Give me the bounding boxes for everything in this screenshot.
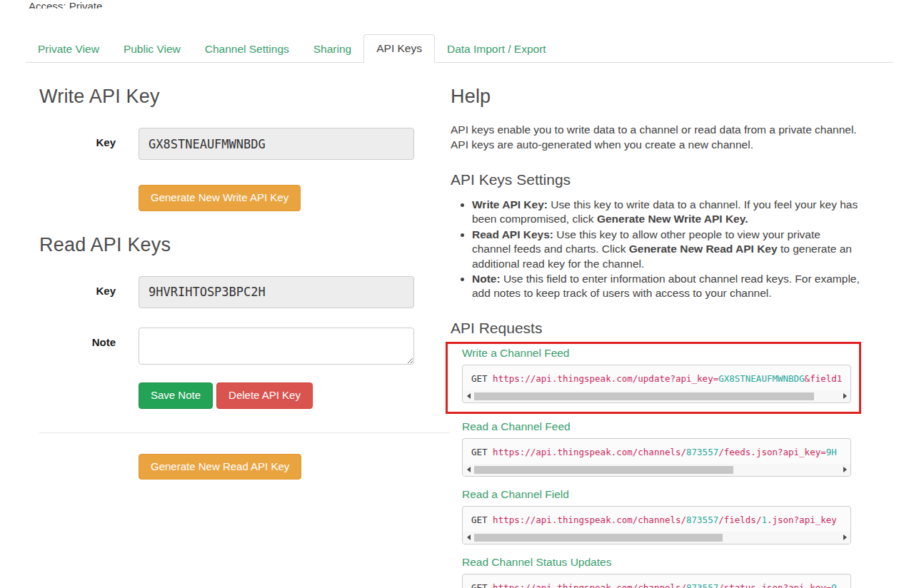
scrollbar-track[interactable] bbox=[474, 392, 839, 400]
api-keys-panel: Write API Key Key Generate New Write API… bbox=[26, 63, 450, 588]
write-key-label: Key bbox=[26, 128, 139, 148]
scrollbar-thumb[interactable] bbox=[474, 466, 733, 474]
code-line: GET https://api.thingspeak.com/channels/… bbox=[463, 439, 850, 464]
section-divider bbox=[39, 432, 450, 433]
code-line: GET https://api.thingspeak.com/update?ap… bbox=[463, 365, 850, 390]
code-line: GET https://api.thingspeak.com/channels/… bbox=[463, 574, 850, 588]
code-box: GET https://api.thingspeak.com/channels/… bbox=[462, 506, 851, 544]
tab-data-import-export[interactable]: Data Import / Export bbox=[435, 36, 558, 63]
tab-api-keys[interactable]: API Keys bbox=[363, 34, 435, 63]
help-title: Help bbox=[451, 86, 861, 108]
request-title-link[interactable]: Read Channel Status Updates bbox=[462, 556, 851, 569]
tab-sharing[interactable]: Sharing bbox=[301, 36, 363, 63]
api-request-read-a-channel-feed: Read a Channel FeedGET https://api.thing… bbox=[451, 420, 861, 477]
write-key-input[interactable] bbox=[139, 128, 414, 160]
horizontal-scrollbar[interactable] bbox=[463, 390, 850, 402]
scroll-right-arrow-icon[interactable] bbox=[841, 464, 848, 476]
api-request-read-channel-status-updates: Read Channel Status UpdatesGET https://a… bbox=[451, 556, 861, 588]
code-box: GET https://api.thingspeak.com/channels/… bbox=[462, 438, 851, 477]
read-key-row: Key bbox=[26, 276, 450, 308]
write-api-key-title: Write API Key bbox=[26, 86, 450, 108]
code-box: GET https://api.thingspeak.com/channels/… bbox=[462, 574, 851, 588]
read-key-actions: Save Note Delete API Key bbox=[139, 382, 450, 409]
read-key-note-row: Note bbox=[26, 328, 450, 365]
tab-channel-settings[interactable]: Channel Settings bbox=[193, 36, 301, 63]
generate-read-key-button[interactable]: Generate New Read API Key bbox=[139, 454, 301, 480]
api-requests-title: API Requests bbox=[451, 320, 861, 337]
read-key-input[interactable] bbox=[139, 276, 414, 308]
request-title-link[interactable]: Write a Channel Feed bbox=[462, 347, 851, 360]
request-title-link[interactable]: Read a Channel Feed bbox=[462, 420, 851, 433]
api-request-write-a-channel-feed: Write a Channel FeedGET https://api.thin… bbox=[446, 342, 861, 414]
help-bullet: Note: Use this field to enter informatio… bbox=[472, 272, 861, 301]
write-key-row: Key bbox=[26, 128, 450, 160]
code-box: GET https://api.thingspeak.com/update?ap… bbox=[462, 365, 851, 403]
api-request-read-a-channel-field: Read a Channel FieldGET https://api.thin… bbox=[451, 488, 861, 544]
tab-bar: Private ViewPublic ViewChannel SettingsS… bbox=[26, 34, 893, 63]
read-key-note-input[interactable] bbox=[139, 328, 414, 365]
thingspeak-channel-page: Access: Private Private ViewPublic ViewC… bbox=[0, 0, 919, 588]
scroll-left-arrow-icon[interactable] bbox=[465, 532, 472, 544]
help-intro-text: API keys enable you to write data to a c… bbox=[451, 122, 861, 153]
horizontal-scrollbar[interactable] bbox=[463, 464, 850, 476]
tab-public-view[interactable]: Public View bbox=[111, 36, 193, 63]
api-keys-content: Write API Key Key Generate New Write API… bbox=[0, 63, 919, 588]
help-panel: Help API keys enable you to write data t… bbox=[450, 63, 861, 588]
read-key-label: Key bbox=[26, 276, 139, 297]
write-key-actions: Generate New Write API Key bbox=[139, 185, 450, 211]
generate-write-key-button[interactable]: Generate New Write API Key bbox=[139, 185, 301, 211]
scroll-right-arrow-icon[interactable] bbox=[841, 532, 848, 544]
api-keys-settings-title: API Keys Settings bbox=[451, 171, 861, 188]
access-status: Access: Private bbox=[0, 0, 919, 9]
scroll-left-arrow-icon[interactable] bbox=[465, 464, 472, 476]
help-bullet: Read API Keys: Use this key to allow oth… bbox=[472, 228, 861, 271]
scrollbar-track[interactable] bbox=[474, 466, 839, 474]
scroll-left-arrow-icon[interactable] bbox=[465, 390, 472, 402]
read-api-keys-title: Read API Keys bbox=[26, 234, 450, 256]
api-requests-list: Write a Channel FeedGET https://api.thin… bbox=[451, 342, 861, 588]
scrollbar-track[interactable] bbox=[474, 534, 839, 542]
help-bullet: Write API Key: Use this key to write dat… bbox=[472, 198, 861, 227]
scrollbar-thumb[interactable] bbox=[474, 392, 814, 400]
api-keys-settings-list: Write API Key: Use this key to write dat… bbox=[451, 198, 861, 301]
scroll-right-arrow-icon[interactable] bbox=[841, 390, 848, 402]
tab-private-view[interactable]: Private View bbox=[26, 36, 111, 63]
delete-api-key-button[interactable]: Delete API Key bbox=[216, 382, 313, 409]
read-key-note-label: Note bbox=[26, 328, 139, 348]
save-note-button[interactable]: Save Note bbox=[139, 382, 213, 409]
access-status-label: Access: Private bbox=[29, 0, 102, 9]
horizontal-scrollbar[interactable] bbox=[463, 532, 850, 544]
generate-read-key-row: Generate New Read API Key bbox=[139, 454, 450, 480]
scrollbar-thumb[interactable] bbox=[474, 534, 723, 542]
code-line: GET https://api.thingspeak.com/channels/… bbox=[463, 507, 850, 532]
request-title-link[interactable]: Read a Channel Field bbox=[462, 488, 851, 501]
